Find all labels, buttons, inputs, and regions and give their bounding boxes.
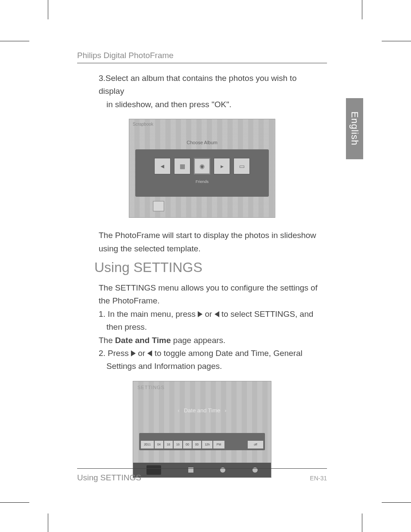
settings-intro-l1: The SETTINGS menu allows you to configur… — [99, 283, 318, 292]
language-tab: English — [346, 98, 363, 159]
page-footer: Using SETTINGS EN-31 — [77, 468, 327, 483]
step-1-text: 1. In the main menu, press or to select … — [99, 308, 323, 334]
step1-line2: then press. — [99, 321, 323, 334]
fig1-thumb-selected: ◉ — [194, 158, 210, 174]
step2-line2: Settings and Information pages. — [99, 360, 323, 373]
step2-post: to toggle among Date and Time, General — [152, 349, 302, 358]
triangle-right-icon — [198, 311, 202, 317]
fig2-cell: PM — [213, 441, 224, 448]
step1-post: to select SETTINGS, and — [219, 309, 314, 319]
figure-choose-album: Scrapbook Choose Album ◄ ▦ ◉ ▸ ▭ Friends — [129, 119, 275, 218]
fig2-cell: 00 — [183, 441, 192, 448]
fig2-value-strip: 2011 04 18 16 00 00 12h PM off — [139, 433, 265, 450]
after-fig1-line2: using the selected template. — [99, 244, 201, 253]
step-3-text: 3.Select an album that contains the phot… — [99, 72, 323, 111]
after-fig1-text: The PhotoFrame will start to display the… — [99, 229, 323, 255]
chevron-right-icon: › — [220, 407, 230, 414]
dt-bold: Date and Time — [115, 336, 171, 345]
fig2-cell: 18 — [164, 441, 173, 448]
step2-mid: or — [136, 349, 147, 358]
fig2-cell: 16 — [174, 441, 182, 448]
fig2-cell: off — [248, 441, 263, 448]
fig1-thumb: ◄ — [154, 158, 171, 174]
fig1-label: Choose Album — [129, 140, 275, 145]
section-title: Using SETTINGS — [94, 260, 327, 275]
figure-settings: SETTINGS ‹Date and Time› 2011 04 18 16 0… — [133, 381, 271, 478]
footer-section: Using SETTINGS — [77, 473, 141, 483]
language-tab-label: English — [349, 111, 360, 145]
step1-mid: or — [202, 309, 214, 319]
fig2-cell: 00 — [193, 441, 201, 448]
fig1-folder-icon — [153, 201, 164, 211]
triangle-left-icon — [147, 350, 152, 356]
fig1-caption: Friends — [129, 179, 275, 184]
fig2-title-text: Date and Time — [184, 407, 221, 414]
settings-intro: The SETTINGS menu allows you to configur… — [99, 281, 323, 308]
dt-pre: The — [99, 336, 115, 345]
page-header: Philips Digital PhotoFrame — [77, 51, 327, 63]
step2-pre: 2. Press — [99, 349, 131, 358]
after-fig1-line1: The PhotoFrame will start to display the… — [99, 231, 316, 240]
step3-line2: in slideshow, and then press "OK". — [99, 98, 323, 111]
fig1-thumb: ▦ — [174, 158, 190, 174]
fig2-cell: 2011 — [141, 441, 154, 448]
fig2-cell: 04 — [155, 441, 163, 448]
fig1-thumb: ▸ — [214, 158, 230, 174]
step3-line1: 3.Select an album that contains the phot… — [99, 74, 296, 96]
step-2-text: 2. Press or to toggle among Date and Tim… — [99, 347, 323, 373]
triangle-left-icon — [215, 311, 219, 317]
fig2-cell: 12h — [202, 441, 212, 448]
date-time-line: The Date and Time page appears. — [99, 334, 323, 347]
fig1-thumbs: ◄ ▦ ◉ ▸ ▭ — [129, 158, 275, 174]
fig1-thumb: ▭ — [234, 158, 250, 174]
fig2-title: ‹Date and Time› — [133, 407, 271, 414]
fig1-tab: Scrapbook — [133, 122, 153, 127]
settings-intro-l2: the PhotoFrame. — [99, 296, 160, 305]
step1-pre: 1. In the main menu, press — [99, 309, 198, 319]
dt-post: page appears. — [171, 336, 226, 345]
fig2-tab: SETTINGS — [137, 385, 165, 390]
footer-page-number: EN-31 — [310, 473, 327, 483]
chevron-left-icon: ‹ — [173, 407, 184, 414]
triangle-right-icon — [131, 350, 136, 356]
